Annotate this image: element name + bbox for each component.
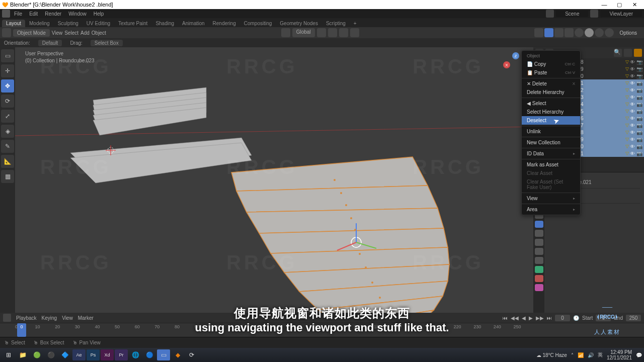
ptab-physics[interactable] <box>535 248 543 255</box>
ptab-material[interactable] <box>535 275 543 282</box>
ctx-view[interactable]: View▸ <box>522 194 580 203</box>
eye-icon[interactable]: 👁 <box>630 59 635 65</box>
tool-tweak[interactable]: ▭ <box>1 49 14 62</box>
xray-icon[interactable] <box>565 28 574 37</box>
tool-rotate[interactable]: ⟳ <box>1 95 14 108</box>
menu-help[interactable]: Help <box>91 10 107 18</box>
eye-icon[interactable]: 👁 <box>630 95 635 100</box>
ctx-paste[interactable]: 📋 PasteCtrl V <box>522 68 580 77</box>
tool-add-cube[interactable]: ▦ <box>1 170 14 183</box>
eye-icon[interactable]: 👁 <box>630 130 635 135</box>
ptab-texture[interactable] <box>535 284 543 291</box>
filter-icon[interactable] <box>624 49 632 57</box>
gizmo-icon[interactable] <box>544 28 553 37</box>
scene-icon[interactable] <box>546 10 554 18</box>
ptab-modifier[interactable] <box>535 230 543 237</box>
task-obs-icon[interactable]: ⚫ <box>44 349 57 360</box>
orientation-icon[interactable] <box>281 28 290 37</box>
shading-material-icon[interactable] <box>595 28 604 37</box>
shading-wire-icon[interactable] <box>575 28 584 37</box>
minimize-button[interactable]: — <box>597 2 612 8</box>
task-edge-icon[interactable]: 🌐 <box>129 349 142 360</box>
axis-x-icon[interactable]: X <box>503 61 510 68</box>
visibility-icon[interactable] <box>534 28 543 37</box>
ctx-unlink[interactable]: Unlink <box>522 127 580 136</box>
tray-time[interactable]: 12:49 PM <box>607 349 632 355</box>
axis-z-icon[interactable]: Z <box>512 52 519 59</box>
tab-texture-paint[interactable]: Texture Paint <box>114 20 151 27</box>
tool-move[interactable]: ✥ <box>1 79 14 93</box>
task-max-icon[interactable]: 🔷 <box>58 349 71 360</box>
tool-cursor[interactable]: ✛ <box>1 64 14 77</box>
vp-menu-select[interactable]: Select <box>64 30 78 36</box>
task-pr-icon[interactable]: Pr <box>115 349 128 360</box>
vp-menu-view[interactable]: View <box>52 30 63 36</box>
ctx-area[interactable]: Area▸ <box>522 205 580 214</box>
mode-selector[interactable]: Object Mode <box>13 29 50 37</box>
camera-icon[interactable]: 📷 <box>636 73 642 79</box>
camera-icon[interactable]: 📷 <box>636 66 642 72</box>
tab-shading[interactable]: Shading <box>151 20 178 27</box>
tab-scripting[interactable]: Scripting <box>322 20 350 27</box>
ctx-delete-hierarchy[interactable]: Delete Hierarchy <box>522 88 580 97</box>
tab-animation[interactable]: Animation <box>178 20 208 27</box>
orientation-value[interactable]: Default <box>38 40 62 46</box>
ctx-select-hierarchy[interactable]: Select Hierarchy <box>522 108 580 116</box>
vp-menu-add[interactable]: Add <box>80 30 90 36</box>
tray-notif-icon[interactable]: 💬 <box>636 352 642 358</box>
tray-weather[interactable]: ☁ 18°C Haze <box>536 352 567 358</box>
menu-window[interactable]: Window <box>65 10 90 18</box>
camera-icon[interactable]: 📷 <box>636 109 642 114</box>
task-xd-icon[interactable]: Xd <box>101 349 114 360</box>
ctx-deselect[interactable]: Deselect <box>522 116 580 125</box>
task-refresh-icon[interactable]: ⟳ <box>185 349 198 360</box>
menu-render[interactable]: Render <box>42 10 64 18</box>
camera-icon[interactable]: 📷 <box>636 137 642 142</box>
scene-field[interactable]: Scene <box>556 11 588 17</box>
overlay-icon[interactable] <box>554 28 564 37</box>
eye-icon[interactable]: 👁 <box>630 102 635 107</box>
orientation-global[interactable]: Global <box>292 28 315 37</box>
drag-value[interactable]: Select Box <box>91 40 123 46</box>
eye-icon[interactable]: 👁 <box>630 80 635 86</box>
viewport-3d[interactable]: User Perspective (0) Collection | Roundc… <box>15 47 533 313</box>
camera-icon[interactable]: 📷 <box>636 116 642 121</box>
close-button[interactable]: ✕ <box>627 2 642 8</box>
menu-edit[interactable]: Edit <box>26 10 41 18</box>
proportional-icon[interactable] <box>350 28 359 37</box>
eye-icon[interactable]: 👁 <box>630 109 635 114</box>
eye-icon[interactable]: 👁 <box>630 137 635 142</box>
camera-icon[interactable]: 📷 <box>636 80 642 86</box>
tray-sound-icon[interactable]: 🔊 <box>588 352 594 358</box>
tab-sculpting[interactable]: Sculpting <box>54 20 83 27</box>
vp-menu-object[interactable]: Object <box>92 30 106 36</box>
task-blender-active-icon[interactable]: ▭ <box>157 349 170 360</box>
viewlayer-icon[interactable] <box>590 10 598 18</box>
tray-wifi-icon[interactable]: 📶 <box>578 352 584 358</box>
eye-icon[interactable]: 👁 <box>630 87 635 93</box>
viewlayer-field[interactable]: ViewLayer <box>600 11 642 17</box>
camera-icon[interactable]: 📷 <box>636 87 642 93</box>
task-ae-icon[interactable]: Ae <box>72 349 86 360</box>
maximize-button[interactable]: ▢ <box>612 2 627 8</box>
tab-rendering[interactable]: Rendering <box>209 20 240 27</box>
tab-uv-editing[interactable]: UV Editing <box>83 20 114 27</box>
tab-layout[interactable]: Layout <box>2 20 25 27</box>
ptab-constraint[interactable] <box>535 257 543 264</box>
tool-measure[interactable]: 📐 <box>1 155 14 168</box>
ptab-data[interactable] <box>535 266 543 273</box>
snap-to-icon[interactable] <box>339 28 348 37</box>
options-dropdown[interactable]: Options <box>615 29 642 37</box>
search-icon[interactable]: 🔍 <box>614 49 622 57</box>
camera-icon[interactable]: 📷 <box>636 151 642 156</box>
shading-solid-icon[interactable] <box>585 28 594 37</box>
tray-ime-icon[interactable]: 英 <box>598 351 603 358</box>
ptab-particles[interactable] <box>535 239 543 246</box>
eye-icon[interactable]: 👁 <box>630 151 635 156</box>
ctx-copy[interactable]: 📄 CopyCtrl C <box>522 60 580 68</box>
camera-icon[interactable]: 📷 <box>636 144 642 149</box>
tray-date[interactable]: 12/11/2021 <box>607 355 632 360</box>
ctx-new-collection[interactable]: New Collection <box>522 138 580 147</box>
start-button[interactable]: ⊞ <box>2 349 15 360</box>
task-ps-icon[interactable]: Ps <box>87 349 100 360</box>
